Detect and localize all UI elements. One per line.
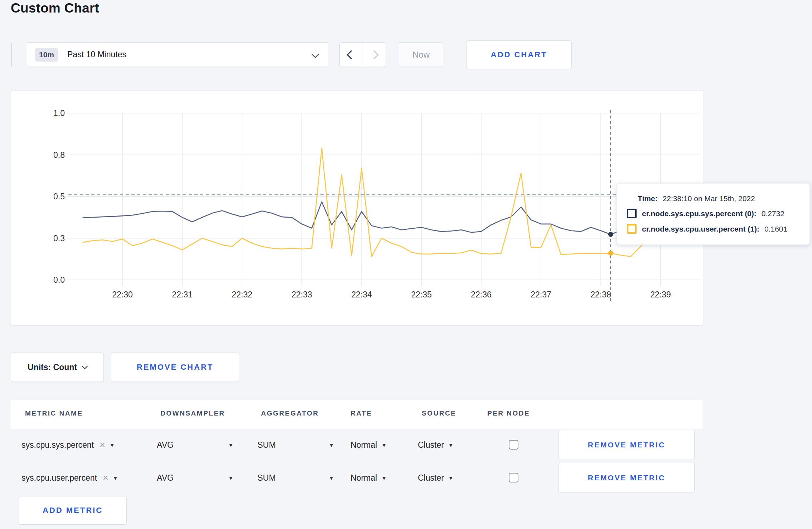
metric-row: sys.cpu.sys.percent × ▼ AVG ▼ SUM ▼ Norm… xyxy=(11,428,702,461)
time-range-badge: 10m xyxy=(35,48,58,62)
hover-point-dot xyxy=(608,251,613,256)
caret-down-icon: ▼ xyxy=(228,442,233,448)
time-back-button[interactable] xyxy=(340,43,363,67)
aggregator-value: SUM xyxy=(257,440,276,450)
caret-down-icon: ▼ xyxy=(381,475,387,481)
source-value: Cluster xyxy=(418,473,444,483)
y-axis-tick-label: 0.8 xyxy=(53,150,65,160)
source-value: Cluster xyxy=(418,440,444,450)
y-axis-tick-label: 0.3 xyxy=(53,234,65,243)
time-nav-group xyxy=(339,42,386,67)
clear-metric-icon[interactable]: × xyxy=(100,440,105,450)
y-axis-tick-label: 1.0 xyxy=(53,108,65,118)
tooltip-time-label: Time: xyxy=(638,194,658,203)
col-header-rate: RATE xyxy=(351,409,372,417)
caret-down-icon: ▼ xyxy=(329,475,334,481)
rate-value: Normal xyxy=(351,440,377,450)
aggregator-select[interactable]: SUM ▼ xyxy=(257,461,334,494)
clear-metric-icon[interactable]: × xyxy=(103,473,108,483)
remove-chart-button[interactable]: REMOVE CHART xyxy=(111,353,239,382)
remove-metric-button[interactable]: REMOVE METRIC xyxy=(559,430,695,460)
x-axis-tick-label: 22:32 xyxy=(232,290,252,299)
now-button[interactable]: Now xyxy=(399,42,443,67)
x-axis-tick-label: 22:31 xyxy=(172,290,193,299)
hover-point-dot xyxy=(608,232,613,237)
caret-down-icon: ▼ xyxy=(448,442,454,448)
tooltip-time-value: 22:38:10 on Mar 15th, 2022 xyxy=(663,194,755,203)
y-axis-tick-label: 0.0 xyxy=(53,275,65,285)
caret-down-icon: ▼ xyxy=(329,442,334,448)
time-forward-button[interactable] xyxy=(363,43,386,67)
source-select[interactable]: Cluster ▼ xyxy=(418,461,454,494)
chart-card: 0.00.30.50.81.022:3022:3122:3222:3322:34… xyxy=(11,90,703,326)
tooltip-series-0-label: cr.node.sys.cpu.sys.percent (0): xyxy=(642,209,757,218)
downsampler-value: AVG xyxy=(157,440,174,450)
chart-tooltip: Time: 22:38:10 on Mar 15th, 2022 cr.node… xyxy=(617,183,810,245)
timeseries-chart[interactable]: 0.00.30.50.81.022:3022:3122:3222:3322:34… xyxy=(11,91,703,325)
aggregator-select[interactable]: SUM ▼ xyxy=(257,428,334,461)
add-chart-button[interactable]: ADD CHART xyxy=(466,40,572,69)
x-axis-tick-label: 22:35 xyxy=(411,290,432,299)
units-dropdown[interactable]: Units: Count xyxy=(11,353,104,382)
caret-down-icon: ▼ xyxy=(448,475,454,481)
page-title: Custom Chart xyxy=(11,1,99,16)
x-axis-tick-label: 22:38 xyxy=(590,290,611,299)
x-axis-tick-label: 22:39 xyxy=(650,290,671,299)
y-axis-tick-label: 0.5 xyxy=(53,192,65,201)
add-metric-button[interactable]: ADD METRIC xyxy=(19,496,127,525)
chevron-left-icon xyxy=(347,50,356,59)
tooltip-series-row: cr.node.sys.cpu.user.percent (1): 0.1601 xyxy=(627,224,799,234)
col-header-downsampler: DOWNSAMPLER xyxy=(160,409,225,417)
per-node-checkbox[interactable] xyxy=(509,473,518,482)
caret-down-icon: ▼ xyxy=(381,442,387,448)
tooltip-series-1-label: cr.node.sys.cpu.user.percent (1): xyxy=(642,225,759,233)
metric-row: sys.cpu.user.percent × ▼ AVG ▼ SUM ▼ Nor… xyxy=(11,461,702,494)
x-axis-tick-label: 22:30 xyxy=(112,290,133,299)
downsampler-value: AVG xyxy=(157,473,174,483)
toolbar-divider xyxy=(11,43,12,67)
series-0-legend-swatch-icon xyxy=(627,209,637,218)
metric-name-select[interactable]: sys.cpu.user.percent × ▼ xyxy=(21,461,118,494)
downsampler-select[interactable]: AVG ▼ xyxy=(157,461,233,494)
metrics-table-header: METRIC NAME DOWNSAMPLER AGGREGATOR RATE … xyxy=(11,400,702,429)
source-select[interactable]: Cluster ▼ xyxy=(418,428,454,461)
rate-select[interactable]: Normal ▼ xyxy=(351,428,387,461)
remove-metric-button[interactable]: REMOVE METRIC xyxy=(559,463,695,493)
units-label: Units: Count xyxy=(28,363,77,372)
series-line xyxy=(83,148,671,257)
aggregator-value: SUM xyxy=(257,473,276,483)
metric-name-select[interactable]: sys.cpu.sys.percent × ▼ xyxy=(21,428,115,461)
x-axis-tick-label: 22:36 xyxy=(471,290,492,299)
series-line xyxy=(83,202,671,234)
col-header-source: SOURCE xyxy=(422,409,456,417)
rate-select[interactable]: Normal ▼ xyxy=(351,461,387,494)
chevron-right-icon xyxy=(370,50,379,59)
tooltip-time-row: Time: 22:38:10 on Mar 15th, 2022 xyxy=(638,194,799,203)
x-axis-tick-label: 22:34 xyxy=(351,290,372,299)
chevron-down-icon xyxy=(311,50,319,58)
tooltip-series-1-value: 0.1601 xyxy=(764,225,787,233)
metric-name-value: sys.cpu.user.percent xyxy=(21,473,97,483)
custom-chart-page: Custom Chart 10m Past 10 Minutes Now ADD… xyxy=(0,0,812,529)
col-header-aggregator: AGGREGATOR xyxy=(261,409,319,417)
x-axis-tick-label: 22:37 xyxy=(531,290,551,299)
caret-down-icon: ▼ xyxy=(113,475,118,481)
caret-down-icon: ▼ xyxy=(228,475,233,481)
x-axis-tick-label: 22:33 xyxy=(291,290,312,299)
metric-name-value: sys.cpu.sys.percent xyxy=(21,440,94,450)
tooltip-series-row: cr.node.sys.cpu.sys.percent (0): 0.2732 xyxy=(627,209,799,218)
series-1-legend-swatch-icon xyxy=(627,224,637,234)
col-header-per-node: PER NODE xyxy=(487,409,530,417)
col-header-metric-name: METRIC NAME xyxy=(25,409,83,417)
time-range-label: Past 10 Minutes xyxy=(67,50,126,59)
time-range-dropdown[interactable]: 10m Past 10 Minutes xyxy=(27,42,328,67)
caret-down-icon: ▼ xyxy=(110,442,115,448)
per-node-checkbox[interactable] xyxy=(509,440,518,450)
chevron-down-icon xyxy=(82,363,88,369)
rate-value: Normal xyxy=(351,473,377,483)
downsampler-select[interactable]: AVG ▼ xyxy=(157,428,233,461)
tooltip-series-0-value: 0.2732 xyxy=(762,209,784,218)
